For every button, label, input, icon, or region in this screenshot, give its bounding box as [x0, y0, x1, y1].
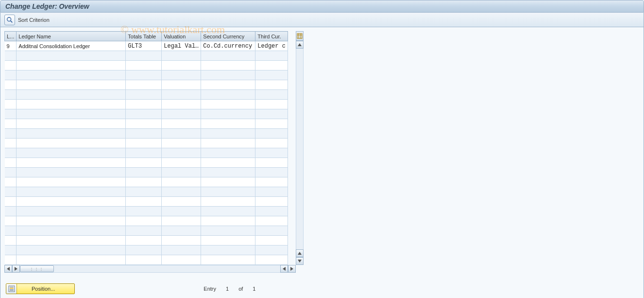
table-cell[interactable] — [201, 216, 255, 226]
table-cell[interactable] — [162, 100, 201, 109]
table-cell[interactable] — [126, 139, 162, 148]
scroll-right2-button[interactable] — [288, 265, 296, 273]
column-header[interactable]: Third Cur. — [255, 32, 288, 41]
table-cell[interactable] — [255, 129, 288, 139]
table-cell[interactable] — [162, 226, 201, 236]
table-cell[interactable] — [17, 236, 126, 245]
table-row[interactable] — [5, 168, 288, 177]
table-cell[interactable] — [5, 245, 17, 255]
table-row[interactable] — [5, 51, 288, 61]
table-cell[interactable] — [126, 226, 162, 236]
table-cell[interactable] — [162, 168, 201, 177]
table-cell[interactable] — [126, 119, 162, 129]
table-cell[interactable] — [17, 187, 126, 197]
table-cell[interactable] — [201, 197, 255, 207]
table-cell[interactable] — [5, 80, 17, 90]
table-row[interactable] — [5, 245, 288, 255]
table-cell[interactable] — [5, 168, 17, 177]
table-cell[interactable] — [126, 187, 162, 197]
table-cell[interactable] — [5, 129, 17, 139]
table-cell[interactable] — [5, 158, 17, 168]
table-row[interactable] — [5, 90, 288, 100]
table-row[interactable] — [5, 158, 288, 168]
table-cell[interactable] — [255, 119, 288, 129]
table-cell[interactable] — [255, 90, 288, 100]
table-cell[interactable] — [162, 80, 201, 90]
table-cell[interactable] — [17, 70, 126, 80]
table-cell[interactable] — [17, 216, 126, 226]
table-cell[interactable] — [201, 51, 255, 61]
table-cell[interactable] — [201, 129, 255, 139]
table-cell[interactable] — [5, 100, 17, 109]
table-cell[interactable] — [126, 207, 162, 216]
table-cell[interactable] — [5, 61, 17, 70]
table-cell[interactable] — [201, 187, 255, 197]
table-cell[interactable] — [17, 129, 126, 139]
table-cell[interactable] — [5, 197, 17, 207]
table-cell[interactable] — [162, 109, 201, 119]
table-cell[interactable] — [17, 158, 126, 168]
table-row[interactable] — [5, 255, 288, 265]
table-cell[interactable]: GLT3 — [126, 41, 162, 51]
table-row[interactable] — [5, 236, 288, 245]
table-cell[interactable] — [201, 207, 255, 216]
table-row[interactable] — [5, 119, 288, 129]
table-cell[interactable] — [255, 255, 288, 265]
table-cell[interactable] — [255, 216, 288, 226]
column-header[interactable]: Totals Table — [126, 32, 162, 41]
table-cell[interactable] — [255, 197, 288, 207]
table-cell[interactable] — [162, 255, 201, 265]
table-cell[interactable] — [17, 207, 126, 216]
vertical-scroll-track[interactable] — [296, 49, 304, 249]
scroll-right-button[interactable] — [12, 265, 20, 273]
horizontal-scroll-track[interactable]: ⋮⋮⋮ — [20, 265, 280, 273]
table-cell[interactable]: Additnal Consolidation Ledger — [17, 41, 126, 51]
table-cell[interactable] — [17, 80, 126, 90]
table-cell[interactable] — [5, 236, 17, 245]
table-cell[interactable] — [5, 109, 17, 119]
table-cell[interactable] — [17, 51, 126, 61]
table-cell[interactable] — [126, 148, 162, 158]
table-cell[interactable] — [255, 61, 288, 70]
table-row[interactable] — [5, 177, 288, 187]
table-cell[interactable] — [5, 255, 17, 265]
table-cell[interactable] — [201, 119, 255, 129]
table-cell[interactable] — [17, 109, 126, 119]
scroll-up-button[interactable] — [296, 41, 304, 49]
table-cell[interactable] — [201, 226, 255, 236]
table-cell[interactable] — [255, 207, 288, 216]
table-cell[interactable] — [162, 197, 201, 207]
table-row[interactable] — [5, 207, 288, 216]
table-row[interactable] — [5, 61, 288, 70]
table-cell[interactable] — [201, 148, 255, 158]
table-cell[interactable] — [255, 100, 288, 109]
table-cell[interactable] — [126, 100, 162, 109]
table-cell[interactable] — [162, 51, 201, 61]
table-cell[interactable] — [126, 245, 162, 255]
table-cell[interactable] — [162, 158, 201, 168]
table-cell[interactable] — [126, 168, 162, 177]
detail-view-button[interactable] — [4, 15, 15, 25]
table-cell[interactable] — [201, 90, 255, 100]
table-cell[interactable] — [5, 207, 17, 216]
table-cell[interactable] — [5, 70, 17, 80]
ledger-grid[interactable]: L...Ledger NameTotals TableValuationSeco… — [4, 31, 288, 265]
table-cell[interactable] — [17, 197, 126, 207]
column-header[interactable]: L... — [5, 32, 17, 41]
table-cell[interactable] — [255, 226, 288, 236]
table-cell[interactable] — [126, 70, 162, 80]
table-cell[interactable] — [17, 177, 126, 187]
horizontal-scroll-thumb[interactable]: ⋮⋮⋮ — [20, 265, 54, 272]
table-cell[interactable] — [126, 255, 162, 265]
table-cell[interactable] — [5, 226, 17, 236]
table-row[interactable] — [5, 100, 288, 109]
table-cell[interactable] — [5, 216, 17, 226]
table-cell[interactable] — [162, 216, 201, 226]
table-row[interactable]: 9Additnal Consolidation LedgerGLT3Legal … — [5, 41, 288, 51]
table-cell[interactable] — [201, 158, 255, 168]
table-cell[interactable] — [5, 148, 17, 158]
table-row[interactable] — [5, 216, 288, 226]
table-cell[interactable] — [126, 236, 162, 245]
table-cell[interactable] — [162, 139, 201, 148]
table-cell[interactable] — [201, 168, 255, 177]
